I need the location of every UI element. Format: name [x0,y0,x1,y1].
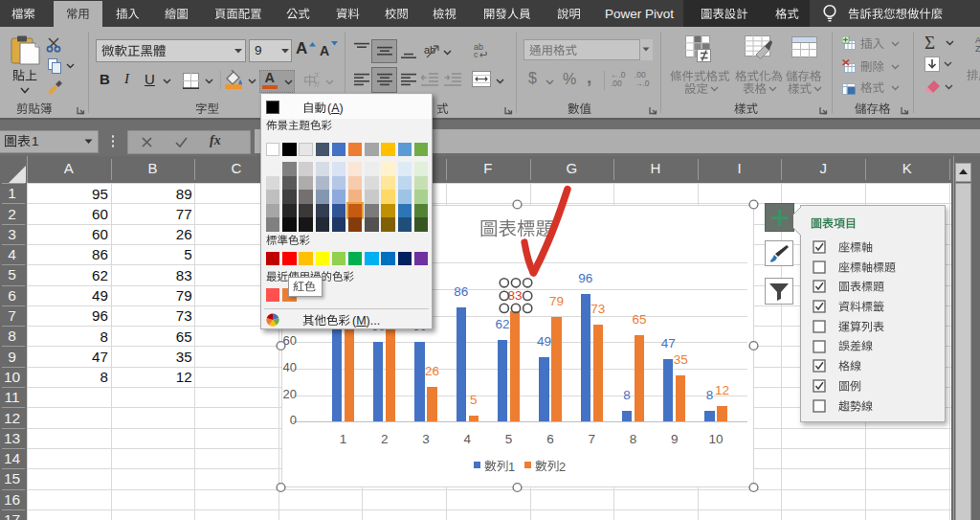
svg-text:ガ: ガ [313,80,321,87]
svg-text:c: c [474,50,479,58]
svg-text:Z: Z [975,44,980,52]
svg-text:ズ: ズ [313,72,321,79]
